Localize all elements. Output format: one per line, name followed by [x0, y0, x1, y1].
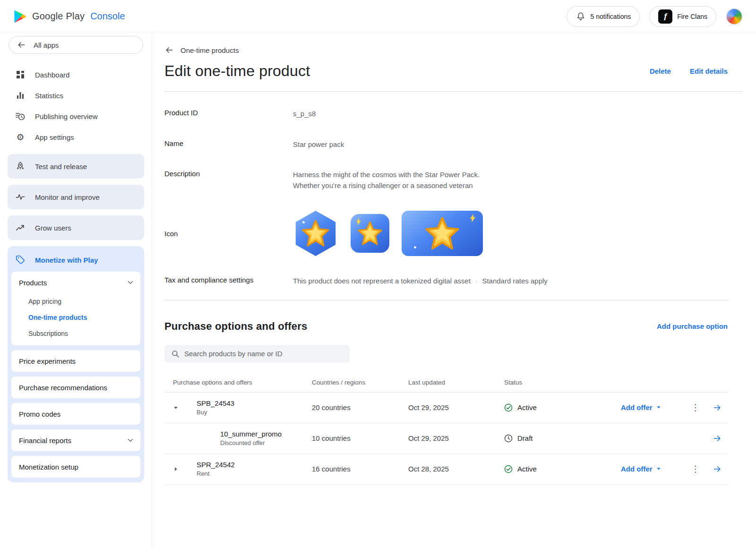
breadcrumb-label: One-time products	[180, 46, 239, 54]
page-layout: All apps Dashboard Statistics	[0, 33, 756, 548]
products-card: Products App pricing One-time products S…	[11, 272, 140, 345]
purchase-option-type: Buy	[197, 409, 302, 416]
page-title: Edit one-time product	[164, 62, 310, 80]
column-header: Status	[495, 379, 611, 386]
last-updated-cell: Oct 29, 2025	[399, 434, 495, 442]
add-offer-button[interactable]: Add offer	[621, 403, 662, 411]
column-header: Purchase options and offers	[164, 379, 302, 386]
open-row-button[interactable]	[707, 423, 728, 454]
card-label: Financial reports	[19, 437, 71, 445]
add-offer-label: Add offer	[621, 465, 653, 473]
sidebar-item-purchase-recommendations[interactable]: Purchase recommendations	[11, 377, 140, 398]
title-actions: Delete Edit details	[650, 67, 728, 75]
table-row-offer[interactable]: 10_summer_promo Discounted offer 10 coun…	[164, 423, 728, 454]
search-input[interactable]	[184, 350, 343, 358]
sidebar-section-grow-users[interactable]: Grow users	[8, 215, 144, 240]
countries-cell: 16 countries	[302, 465, 399, 473]
gear-icon: ⚙	[15, 133, 26, 142]
brand-google-play: Google Play	[32, 11, 85, 22]
main-content: One-time products Edit one-time product …	[152, 33, 756, 548]
purchase-option-name: SPB_24543 Buy	[187, 393, 302, 423]
status-cell: Draft	[495, 434, 611, 443]
rocket-icon	[15, 161, 26, 171]
purchase-option-type: Rent	[197, 470, 302, 477]
chevron-down-icon	[126, 278, 135, 287]
caret-down-icon	[172, 404, 180, 411]
monetization-setup-card: Monetization setup	[11, 456, 140, 478]
pulse-icon	[15, 192, 26, 202]
sidebar-item-app-settings[interactable]: ⚙ App settings	[8, 127, 144, 147]
sidebar-group-products[interactable]: Products	[11, 272, 140, 293]
all-apps-button[interactable]: All apps	[9, 36, 143, 54]
delete-button[interactable]: Delete	[650, 67, 671, 75]
check-circle-icon	[504, 465, 513, 473]
check-circle-icon	[504, 403, 513, 412]
account-avatar[interactable]	[726, 8, 743, 25]
chevron-down-icon	[126, 436, 135, 445]
breadcrumb-back-button[interactable]	[164, 45, 174, 55]
menu-placeholder	[684, 423, 707, 454]
purchase-recommendations-card: Purchase recommendations	[11, 377, 140, 398]
breadcrumb: One-time products	[164, 45, 728, 55]
sidebar-item-price-experiments[interactable]: Price experiments	[11, 350, 140, 372]
brand-console: Console	[90, 11, 125, 22]
app-switcher-button[interactable]: ƒ Fire Clans	[649, 6, 716, 27]
add-purchase-option-button[interactable]: Add purchase option	[657, 322, 728, 330]
clock-icon	[504, 434, 513, 443]
table-row[interactable]: SPB_24543 Buy 20 countries Oct 29, 2025 …	[164, 393, 728, 423]
financial-reports-card: Financial reports	[11, 429, 140, 451]
overflow-menu-button[interactable]: ⋮	[684, 454, 707, 484]
sidebar-section-label: Monitor and improve	[35, 193, 100, 201]
table-row[interactable]: SPR_24542 Rent 16 countries Oct 28, 2025…	[164, 454, 728, 485]
sidebar-item-promo-codes[interactable]: Promo codes	[11, 403, 140, 425]
add-offer-button[interactable]: Add offer	[621, 465, 662, 473]
collapse-row-button[interactable]	[164, 393, 187, 423]
back-arrow-icon	[17, 40, 26, 50]
search-box	[164, 345, 350, 363]
sidebar-item-one-time-products[interactable]: One-time products	[11, 309, 140, 325]
notifications-button[interactable]: 5 notifications	[567, 6, 640, 27]
sidebar-item-subscriptions[interactable]: Subscriptions	[11, 325, 140, 342]
bell-icon	[576, 11, 586, 22]
icon-label: Icon	[164, 230, 293, 238]
product-icon-previews	[293, 211, 728, 256]
sidebar-item-statistics[interactable]: Statistics	[8, 85, 144, 106]
arrow-right-icon	[713, 403, 722, 412]
overflow-menu-button[interactable]: ⋮	[684, 393, 707, 423]
sidebar-section-label: Grow users	[35, 224, 71, 232]
open-row-button[interactable]	[707, 393, 728, 423]
divider	[164, 300, 728, 300]
topbar-actions: 5 notifications ƒ Fire Clans	[567, 6, 743, 27]
sidebar-item-label: Statistics	[35, 92, 63, 100]
countries-cell: 20 countries	[302, 403, 399, 411]
sidebar-section-test-and-release[interactable]: Test and release	[8, 154, 144, 179]
sidebar-item-publishing-overview[interactable]: Publishing overview	[8, 106, 144, 127]
purchase-options-header: Purchase options and offers Add purchase…	[164, 320, 728, 333]
tax-value-secondary: Standard rates apply	[482, 276, 547, 287]
purchase-options-title: Purchase options and offers	[164, 320, 307, 333]
sidebar-item-dashboard[interactable]: Dashboard	[8, 64, 144, 85]
expand-row-button[interactable]	[164, 454, 187, 484]
trending-up-icon	[15, 223, 26, 233]
sidebar-item-label: Dashboard	[35, 71, 69, 79]
sidebar-group-financial-reports[interactable]: Financial reports	[11, 429, 140, 451]
arrow-right-icon	[713, 434, 722, 443]
product-icon-hexagon	[293, 211, 338, 256]
name-label: Name	[164, 139, 293, 147]
dropdown-caret-icon	[655, 404, 662, 411]
overflow-menu-icon: ⋮	[691, 463, 700, 474]
divider	[164, 91, 743, 92]
purchase-option-id: SPR_24542	[197, 461, 302, 469]
sidebar-section-monetize-with-play[interactable]: Monetize with Play	[11, 248, 140, 272]
star-icon	[425, 216, 460, 251]
sidebar-item-monetization-setup[interactable]: Monetization setup	[11, 456, 140, 478]
brand[interactable]: Google Play Console	[13, 9, 125, 24]
sparkle-icon	[302, 221, 305, 223]
promo-codes-card: Promo codes	[11, 403, 140, 425]
edit-details-button[interactable]: Edit details	[690, 67, 728, 75]
dropdown-caret-icon	[655, 465, 662, 472]
sidebar-item-app-pricing[interactable]: App pricing	[11, 293, 140, 309]
open-row-button[interactable]	[707, 454, 728, 484]
sidebar-section-monitor-and-improve[interactable]: Monitor and improve	[8, 185, 144, 209]
status-label: Draft	[517, 434, 533, 442]
